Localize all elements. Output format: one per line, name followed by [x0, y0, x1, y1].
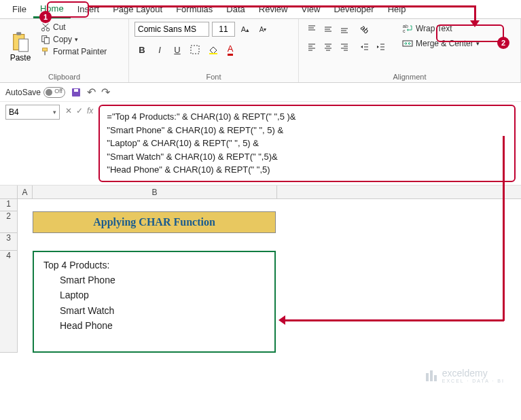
- tab-page-layout[interactable]: Page Layout: [106, 1, 169, 17]
- annotation-arrowhead-1: [470, 20, 480, 27]
- svg-text:ab: ab: [403, 24, 408, 29]
- svg-rect-12: [209, 53, 217, 54]
- increase-indent-button[interactable]: [374, 39, 389, 54]
- merge-icon: [402, 38, 413, 49]
- font-color-button[interactable]: A: [223, 42, 238, 57]
- tab-data[interactable]: Data: [219, 1, 251, 17]
- row-header-4[interactable]: 4: [0, 251, 17, 353]
- formula-bar-row: B4 ▾ ✕ ✓ fx ="Top 4 Products:" & CHAR(10…: [0, 102, 521, 186]
- tab-view[interactable]: View: [294, 1, 327, 17]
- svg-rect-45: [426, 373, 429, 381]
- paste-label: Paste: [10, 53, 31, 63]
- align-left-button[interactable]: [304, 39, 319, 54]
- outdent-icon: [360, 42, 370, 52]
- font-name-select[interactable]: [134, 22, 209, 37]
- autosave-toggle[interactable]: Off: [43, 87, 65, 98]
- copy-icon: [41, 35, 50, 44]
- enter-formula-icon[interactable]: ✓: [76, 106, 83, 116]
- align-top-icon: [307, 24, 317, 34]
- watermark-icon: [425, 369, 438, 383]
- align-center-button[interactable]: [321, 39, 336, 54]
- b4-item: Smart Phone: [43, 273, 265, 287]
- align-middle-button[interactable]: [321, 22, 336, 37]
- bucket-icon: [208, 45, 217, 54]
- column-header-b[interactable]: B: [33, 186, 277, 198]
- italic-button[interactable]: I: [152, 42, 167, 57]
- annotation-arrow-1: [88, 5, 475, 7]
- wrap-text-icon: abc: [402, 23, 413, 34]
- row-header-1[interactable]: 1: [0, 199, 17, 211]
- border-icon: [190, 45, 200, 54]
- watermark: exceldemy EXCEL · DATA · BI: [425, 368, 505, 383]
- svg-point-3: [41, 28, 44, 31]
- svg-line-5: [43, 24, 48, 29]
- align-left-icon: [307, 42, 317, 52]
- annotation-arrowhead-2: [279, 315, 285, 325]
- align-top-button[interactable]: [304, 22, 319, 37]
- tab-review[interactable]: Review: [252, 1, 295, 17]
- align-middle-icon: [323, 24, 333, 34]
- align-right-icon: [340, 42, 349, 52]
- bold-button[interactable]: B: [134, 42, 149, 57]
- paste-icon: [11, 31, 30, 53]
- column-header-a[interactable]: A: [18, 186, 33, 198]
- svg-point-4: [46, 28, 49, 31]
- cell-b2[interactable]: Applying CHAR Function: [33, 211, 276, 233]
- tab-file[interactable]: File: [5, 1, 33, 17]
- decrease-indent-button[interactable]: [357, 39, 372, 54]
- svg-text:c: c: [403, 29, 406, 33]
- b4-heading: Top 4 Products:: [43, 258, 265, 273]
- name-box[interactable]: B4 ▾: [5, 105, 60, 120]
- tab-formulas[interactable]: Formulas: [169, 1, 219, 17]
- format-painter-button[interactable]: Format Painter: [39, 46, 108, 57]
- align-right-button[interactable]: [337, 39, 352, 54]
- annotation-arrow-1v: [474, 5, 476, 22]
- alignment-group-label: Alignment: [304, 71, 515, 81]
- svg-rect-1: [16, 32, 21, 35]
- save-icon[interactable]: [71, 87, 82, 98]
- worksheet-grid[interactable]: A B 1 2 3 4 Applying CHAR Function Top 4…: [0, 186, 521, 353]
- annotation-marker-2: 2: [497, 37, 509, 49]
- svg-rect-10: [44, 51, 46, 55]
- b4-item: Head Phone: [43, 318, 265, 333]
- cell-b4[interactable]: Top 4 Products: Smart Phone Laptop Smart…: [33, 251, 276, 353]
- paste-button[interactable]: Paste: [5, 22, 35, 71]
- svg-rect-8: [44, 37, 49, 43]
- tab-help[interactable]: Help: [381, 1, 413, 17]
- indent-icon: [376, 42, 386, 52]
- scissors-icon: [41, 22, 50, 32]
- brush-icon: [41, 47, 50, 56]
- orientation-button[interactable]: ab: [357, 22, 372, 37]
- svg-rect-46: [430, 370, 433, 381]
- b4-item: Smart Watch: [43, 303, 265, 318]
- font-size-select[interactable]: [212, 22, 235, 37]
- copy-button[interactable]: Copy ▾: [39, 34, 108, 45]
- annotation-marker-1: 1: [39, 11, 52, 23]
- autosave-label: AutoSave: [5, 88, 41, 97]
- svg-rect-2: [19, 39, 29, 51]
- undo-button[interactable]: ↶: [87, 86, 96, 99]
- increase-font-button[interactable]: A▴: [238, 22, 253, 37]
- align-center-icon: [323, 42, 333, 52]
- quick-access-toolbar: AutoSave Off ↶ ↷: [0, 83, 521, 102]
- font-group-label: Font: [134, 71, 293, 81]
- formula-bar[interactable]: ="Top 4 Products:" & CHAR(10) & REPT(" "…: [98, 105, 516, 182]
- borders-button[interactable]: [187, 42, 202, 57]
- redo-button[interactable]: ↷: [101, 86, 110, 99]
- fx-icon[interactable]: fx: [87, 106, 93, 116]
- underline-button[interactable]: U: [170, 42, 185, 57]
- annotation-arrow-2h: [285, 319, 504, 321]
- cut-button[interactable]: Cut: [39, 22, 108, 33]
- cancel-formula-icon[interactable]: ✕: [65, 106, 72, 116]
- row-header-3[interactable]: 3: [0, 233, 17, 251]
- decrease-font-button[interactable]: A▾: [255, 22, 270, 37]
- fill-color-button[interactable]: [205, 42, 220, 57]
- svg-rect-47: [434, 375, 437, 381]
- row-header-2[interactable]: 2: [0, 211, 17, 233]
- svg-rect-44: [74, 89, 78, 92]
- align-bottom-button[interactable]: [337, 22, 352, 37]
- svg-rect-11: [191, 46, 199, 54]
- clipboard-group-label: Clipboard: [5, 71, 123, 81]
- svg-rect-9: [43, 48, 48, 51]
- tab-developer[interactable]: Developer: [327, 1, 380, 17]
